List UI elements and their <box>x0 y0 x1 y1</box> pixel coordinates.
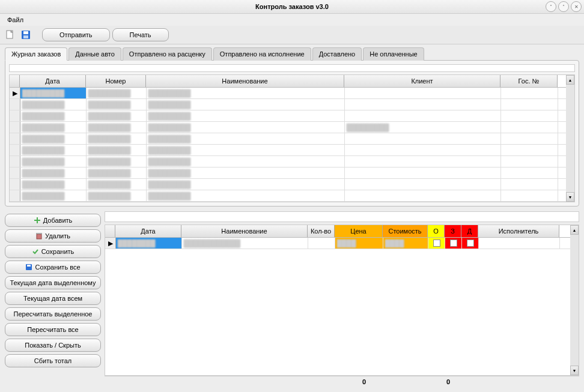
col-client[interactable]: Клиент <box>344 75 500 87</box>
menu-file[interactable]: Файл <box>4 15 27 25</box>
dcol-executor[interactable]: Исполнитель <box>478 225 559 237</box>
tab-delivered[interactable]: Доставлено <box>312 47 362 61</box>
print-button[interactable]: Печать <box>112 28 169 41</box>
col-gosnum[interactable]: Гос. № <box>500 75 558 87</box>
dcol-d[interactable]: Д <box>461 225 478 237</box>
save-button[interactable]: Сохранить <box>5 245 101 258</box>
title-bar: Контроль заказов v3.0 ˅ ˄ ✕ <box>0 0 584 14</box>
save-all-button[interactable]: Сохранить все <box>5 261 101 274</box>
delete-button[interactable]: Удалить <box>5 229 101 243</box>
svg-rect-2 <box>23 31 28 34</box>
check-icon <box>32 248 39 255</box>
tabs-row: Журнал заказов Данные авто Отправлено на… <box>5 47 579 60</box>
tab-journal[interactable]: Журнал заказов <box>5 47 67 61</box>
tab-sent-execution[interactable]: Отправлено на исполнение <box>213 47 311 61</box>
svg-rect-3 <box>23 35 28 38</box>
col-number[interactable]: Номер <box>86 75 146 87</box>
table-row[interactable]: ███████████████████████████ <box>10 133 566 145</box>
sidebar: Добавить Удалить Сохранить Сохранить все… <box>5 211 101 387</box>
checkbox-o[interactable] <box>433 240 440 247</box>
tab-sent-pricing[interactable]: Отправлено на расценку <box>123 47 212 61</box>
status-bar: 0 0 <box>105 376 579 387</box>
dcol-cost[interactable]: Стоимость <box>383 225 428 237</box>
dcol-price[interactable]: Цена <box>335 225 383 237</box>
recalc-sel-button[interactable]: Пересчитать выделенное <box>5 307 101 321</box>
reset-total-button[interactable]: Сбить тотал <box>5 354 101 367</box>
dcol-z[interactable]: З <box>445 225 461 237</box>
main-grid-panel: Дата Номер Наименование Клиент Гос. № ▶█… <box>5 60 579 207</box>
table-row[interactable]: ████████████████████████████████████ <box>10 122 566 133</box>
table-row[interactable]: ███████████████████████████ <box>10 167 566 179</box>
filter-input[interactable] <box>9 64 575 72</box>
minimize-icon[interactable]: ˅ <box>546 1 556 12</box>
scroll-up-icon[interactable]: ▲ <box>566 75 574 85</box>
scroll-up-icon[interactable]: ▲ <box>570 225 579 235</box>
toolbar: Отправить Печать <box>0 26 584 44</box>
show-hide-button[interactable]: Показать / Скрыть <box>5 339 101 352</box>
col-date[interactable]: Дата <box>20 75 86 87</box>
status-total1: 0 <box>322 378 406 385</box>
scroll-down-icon[interactable]: ▼ <box>566 192 574 202</box>
window-title: Контроль заказов v3.0 <box>255 3 329 10</box>
maximize-icon[interactable]: ˄ <box>558 1 569 12</box>
plus-icon <box>34 217 41 224</box>
detail-scrollbar[interactable]: ▲ ▼ <box>570 225 579 375</box>
table-row[interactable]: ███████████████████████████ <box>10 145 566 156</box>
dcol-qty[interactable]: Кол-во <box>308 225 335 237</box>
new-icon[interactable] <box>4 28 17 41</box>
recalc-all-button[interactable]: Пересчитать все <box>5 323 101 336</box>
tab-auto-data[interactable]: Данные авто <box>68 47 121 61</box>
checkbox-z[interactable] <box>450 240 457 247</box>
disk-icon <box>25 264 32 271</box>
table-row[interactable]: ███████████████████████████ <box>10 156 566 167</box>
tab-unpaid[interactable]: Не оплаченные <box>363 47 424 61</box>
table-row[interactable]: ▶ ████████ ████████████ ████ ████ <box>105 238 570 249</box>
detail-filter-input[interactable] <box>105 211 579 222</box>
detail-grid[interactable]: Дата Наименование Кол-во Цена Стоимость … <box>105 225 570 375</box>
close-icon[interactable]: ✕ <box>571 1 582 12</box>
checkbox-d[interactable] <box>467 240 474 247</box>
table-row[interactable]: ███████████████████████████ <box>10 110 566 122</box>
scroll-down-icon[interactable]: ▼ <box>570 366 579 375</box>
table-row[interactable]: ███████████████████████████ <box>10 99 566 110</box>
save-icon[interactable] <box>19 28 32 41</box>
curdate-all-button[interactable]: Текущая дата всем <box>5 292 101 305</box>
status-total2: 0 <box>406 378 490 385</box>
curdate-sel-button[interactable]: Текущая дата выделенному <box>5 276 101 289</box>
scrollbar[interactable]: ▲ ▼ <box>566 75 574 202</box>
svg-rect-5 <box>36 233 42 234</box>
table-row[interactable]: ███████████████████████████ <box>10 179 566 190</box>
main-grid[interactable]: Дата Номер Наименование Клиент Гос. № ▶█… <box>10 75 566 202</box>
table-row[interactable]: ███████████████████████████ <box>10 190 566 202</box>
table-row[interactable]: ▶███████████████████████████ <box>10 88 566 99</box>
dcol-name[interactable]: Наименование <box>181 225 308 237</box>
dcol-o[interactable]: О <box>428 225 445 237</box>
dcol-date[interactable]: Дата <box>115 225 181 237</box>
add-button[interactable]: Добавить <box>5 214 101 227</box>
send-button[interactable]: Отправить <box>42 28 110 41</box>
trash-icon <box>35 232 43 240</box>
svg-rect-7 <box>27 265 31 267</box>
svg-rect-4 <box>37 234 41 239</box>
col-name[interactable]: Наименование <box>146 75 344 87</box>
menu-bar: Файл <box>0 14 584 26</box>
